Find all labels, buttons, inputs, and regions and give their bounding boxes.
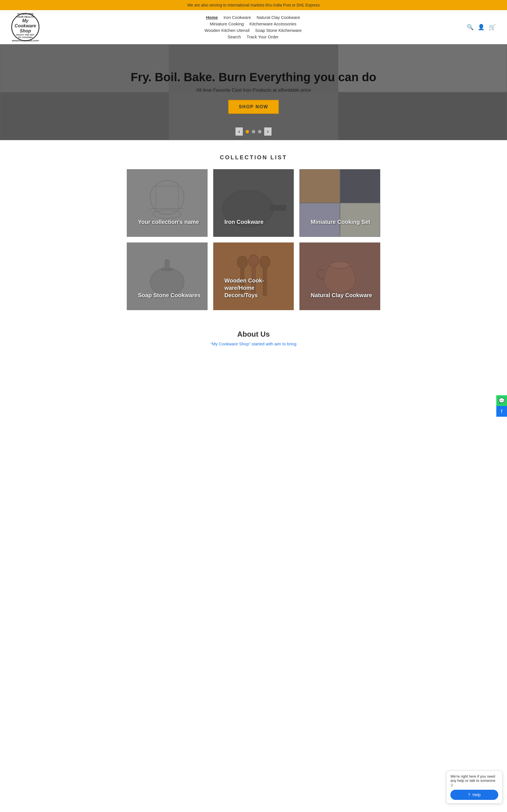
card-label-6: Natural Clay Cookware: [305, 286, 378, 305]
slider-prev[interactable]: ‹: [235, 128, 243, 136]
collection-section: COLLECTION LIST Your collection's name: [0, 140, 507, 319]
nav-miniature[interactable]: Miniature Cooking: [210, 21, 244, 26]
nav-wooden[interactable]: Wooden Kitchen Utensil: [205, 28, 249, 33]
main-nav: Home Iron Cookware Natural Clay Cookware…: [40, 15, 467, 39]
card-label-3: Miniature Cooking Set: [305, 213, 376, 231]
collection-card-wooden[interactable]: Wooden Cook-ware/Home Decors/Toys: [213, 243, 294, 310]
top-banner: We are also serving to International mar…: [0, 0, 507, 10]
card-label-4: Soap Stone Cookwares: [132, 286, 206, 305]
collection-card-default[interactable]: Your collection's name: [127, 169, 208, 237]
slider-next[interactable]: ›: [264, 128, 272, 136]
nav-natural-clay[interactable]: Natural Clay Cookware: [257, 15, 300, 20]
nav-track[interactable]: Track Your Order: [246, 35, 279, 39]
card-label-2: Iron Cookware: [219, 213, 269, 231]
slider-controls: ‹ ›: [235, 128, 272, 136]
about-subtitle: "My Cookware Shop" started with aim to b…: [11, 342, 496, 346]
logo-tagline-bottom: ENJOY THE ART OF COOKING: [15, 34, 36, 39]
search-icon[interactable]: 🔍: [467, 24, 474, 31]
hero-heading: Fry. Boil. Bake. Burn Everything you can…: [131, 70, 376, 84]
nav-soap-stone[interactable]: Soap Stone Kitchenware: [255, 28, 302, 33]
collection-card-iron[interactable]: Iron Cookware: [213, 169, 294, 237]
about-title: About Us: [11, 330, 496, 339]
collection-card-clay[interactable]: Natural Clay Cookware: [299, 243, 380, 310]
collection-grid: Your collection's name Iron Cookware: [127, 169, 380, 310]
card-label-5: Wooden Cook-ware/Home Decors/Toys: [219, 271, 294, 305]
card-label-1: Your collection's name: [132, 213, 205, 231]
logo-tagline-top: TO RESTORE YOUR HEALTH: [15, 13, 36, 18]
hero-subtext: All time Favorite Cast Iron Products at …: [131, 87, 376, 93]
site-header: TO RESTORE YOUR HEALTH My Cookware Shop …: [0, 10, 507, 44]
cart-icon[interactable]: 🛒: [489, 24, 496, 31]
about-section: About Us "My Cookware Shop" started with…: [0, 319, 507, 355]
collection-card-miniature[interactable]: Miniature Cooking Set: [299, 169, 380, 237]
nav-search[interactable]: Search: [228, 35, 241, 39]
hero-slider: Fry. Boil. Bake. Burn Everything you can…: [0, 44, 507, 140]
slider-dot-3[interactable]: [258, 130, 262, 133]
collection-title: COLLECTION LIST: [11, 154, 496, 161]
account-icon[interactable]: 👤: [478, 24, 485, 31]
hero-content: Fry. Boil. Bake. Burn Everything you can…: [131, 70, 376, 114]
slider-dot-1[interactable]: [245, 130, 249, 133]
logo: TO RESTORE YOUR HEALTH My Cookware Shop …: [11, 13, 40, 41]
logo-url: WWW.MYCOOKWARE.SHOP: [12, 40, 39, 42]
collection-card-soap[interactable]: Soap Stone Cookwares: [127, 243, 208, 310]
slider-dot-2[interactable]: [252, 130, 255, 133]
header-icons: 🔍 👤 🛒: [467, 24, 496, 31]
nav-home[interactable]: Home: [206, 15, 218, 20]
nav-iron-cookware[interactable]: Iron Cookware: [223, 15, 251, 20]
logo-container[interactable]: TO RESTORE YOUR HEALTH My Cookware Shop …: [11, 13, 40, 41]
shop-now-button[interactable]: SHOP NOW: [228, 100, 279, 114]
banner-text: We are also serving to International mar…: [187, 3, 320, 7]
nav-kitchenware[interactable]: Kitchenware Accessories: [249, 21, 297, 26]
logo-brand: My Cookware Shop: [15, 18, 36, 34]
